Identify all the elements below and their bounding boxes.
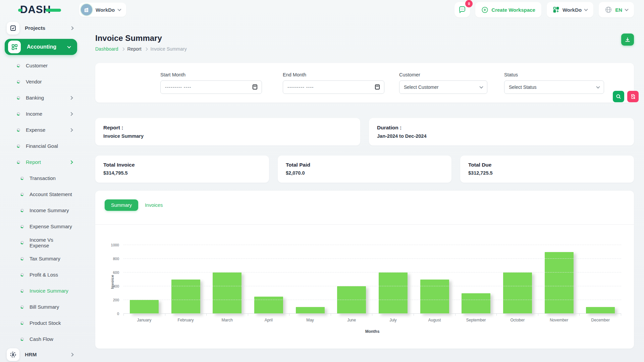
total-paid-card: Total Paid $2,070.0 [278, 156, 451, 183]
chevron-down-icon [479, 84, 483, 88]
sidebar-item-invoice-summary[interactable]: Invoice Summary [0, 283, 79, 299]
chart-plot: 02004006008001000 [123, 245, 621, 314]
sidebar-item-income[interactable]: Income [0, 106, 79, 122]
x-tick-label: September [455, 318, 497, 322]
breadcrumb-report[interactable]: Report [127, 46, 142, 52]
download-icon [625, 37, 631, 43]
total-invoice-card: Total Invoice $314,795.5 [95, 156, 269, 183]
sidebar-item-vendor[interactable]: Vendor [0, 74, 79, 90]
bar-march[interactable] [213, 273, 241, 314]
sidebar-item-transaction[interactable]: Transaction [0, 170, 79, 186]
bar-december[interactable] [586, 307, 615, 314]
download-button[interactable] [621, 34, 634, 46]
chevron-right-icon [69, 112, 73, 116]
breadcrumb-dashboard[interactable]: Dashboard [95, 46, 118, 52]
bar-october[interactable] [503, 273, 532, 314]
stat-label: Total Paid [286, 162, 443, 168]
bar-september[interactable] [462, 293, 490, 314]
duration-card: Duration : Jan-2024 to Dec-2024 [369, 118, 634, 145]
filter-panel: Start Month --------- ---- End Month ---… [95, 63, 634, 103]
bar-february[interactable] [171, 280, 200, 314]
sidebar-item-label: Bill Summary [30, 304, 59, 310]
bar-april[interactable] [254, 297, 283, 314]
language-selector[interactable]: EN [599, 2, 634, 17]
checkbox-icon [7, 22, 19, 35]
reset-filter-button[interactable] [627, 91, 639, 102]
customer-select[interactable]: Select Customer [399, 80, 487, 94]
sidebar-item-profit-loss[interactable]: Profit & Loss [0, 267, 79, 283]
sidebar-item-hrm[interactable]: HRM [0, 347, 79, 362]
bar-july[interactable] [379, 273, 408, 314]
x-tick [580, 314, 621, 316]
bar-august[interactable] [420, 280, 449, 314]
apply-filter-button[interactable] [613, 91, 624, 102]
x-tick-label: December [580, 318, 621, 322]
sidebar-item-product-stock[interactable]: Product Stock [0, 315, 79, 331]
sidebar-item-income-summary[interactable]: Income Summary [0, 202, 79, 219]
sidebar-item-label: Expense Summary [30, 224, 72, 229]
tab-summary[interactable]: Summary [105, 199, 138, 211]
hrm-icon [7, 348, 19, 361]
bar-slot-july [372, 245, 414, 314]
x-tick-label: March [206, 318, 248, 322]
logo[interactable]: DASH [0, 4, 79, 16]
gridline: 800 [123, 258, 621, 259]
bullet-icon [20, 273, 24, 277]
chart-card: Summary Invoices Invoice 020040060080010… [95, 191, 634, 349]
x-tick [123, 314, 165, 316]
sidebar-item-account-statement[interactable]: Account Statement [0, 186, 79, 202]
y-tick-label: 1000 [111, 243, 119, 247]
bullet-icon [20, 321, 24, 325]
bullet-icon [20, 193, 24, 196]
bar-may[interactable] [296, 307, 325, 314]
sidebar-item-label: Product Stock [30, 320, 61, 326]
bar-november[interactable] [545, 252, 574, 314]
accounting-icon [8, 41, 21, 53]
status-select[interactable]: Select Status [504, 80, 604, 94]
start-month-input[interactable]: --------- ---- [160, 80, 262, 94]
notification-badge: 0 [465, 0, 473, 7]
user-menu-label: WorkDo [562, 7, 582, 13]
sidebar-item-label: Account Statement [30, 191, 72, 197]
bar-june[interactable] [337, 286, 366, 314]
bar-slot-october [497, 245, 538, 314]
sidebar-item-bill-summary[interactable]: Bill Summary [0, 299, 79, 315]
sidebar-item-tax-summary[interactable]: Tax Summary [0, 251, 79, 267]
bullet-icon [20, 289, 24, 293]
sidebar-item-banking[interactable]: Banking [0, 90, 79, 106]
x-axis-title: Months [123, 329, 621, 334]
invoice-bar-chart: Invoice 02004006008001000 JanuaryFebruar… [95, 225, 634, 349]
accounting-submenu: CustomerVendorBankingIncomeExpenseFinanc… [0, 58, 79, 170]
messages-button[interactable]: 0 [454, 2, 470, 17]
x-tick [414, 314, 455, 316]
bullet-icon [20, 209, 24, 212]
create-workspace-button[interactable]: Create Workspace [475, 2, 541, 17]
sidebar-item-cash-flow[interactable]: Cash Flow [0, 331, 79, 347]
customer-label: Customer [399, 72, 487, 77]
sidebar-item-expense-summary[interactable]: Expense Summary [0, 219, 79, 235]
sidebar-item-label: Invoice Summary [30, 288, 68, 294]
tab-invoices[interactable]: Invoices [145, 202, 163, 208]
user-menu[interactable]: WorkDo [547, 2, 593, 17]
workspace-switcher[interactable]: WorkDo [79, 3, 126, 17]
gridline: 200 [123, 300, 621, 300]
sidebar-item-label: Income [26, 111, 42, 117]
bullet-icon [17, 96, 20, 100]
sidebar-item-financial-goal[interactable]: Financial Goal [0, 138, 79, 154]
x-axis-labels: JanuaryFebruaryMarchAprilMayJuneJulyAugu… [123, 318, 621, 322]
status-field: Status Select Status [504, 72, 604, 94]
sidebar-item-report[interactable]: Report [0, 154, 79, 170]
sidebar-item-projects[interactable]: Projects [0, 21, 79, 36]
end-month-input[interactable]: --------- ---- [283, 80, 384, 94]
x-tick [538, 314, 580, 316]
bullet-icon [17, 64, 20, 67]
breadcrumb-current: Invoice Summary [151, 46, 187, 52]
bar-january[interactable] [130, 300, 159, 314]
end-month-field: End Month --------- ---- [283, 72, 384, 94]
sidebar-item-expense[interactable]: Expense [0, 122, 79, 138]
y-tick-label: 600 [113, 270, 119, 275]
chevron-down-icon [584, 7, 588, 11]
sidebar-item-customer[interactable]: Customer [0, 58, 79, 74]
sidebar-item-accounting[interactable]: Accounting [5, 39, 77, 55]
sidebar-item-income-vs-expense[interactable]: Income Vs Expense [0, 235, 79, 251]
